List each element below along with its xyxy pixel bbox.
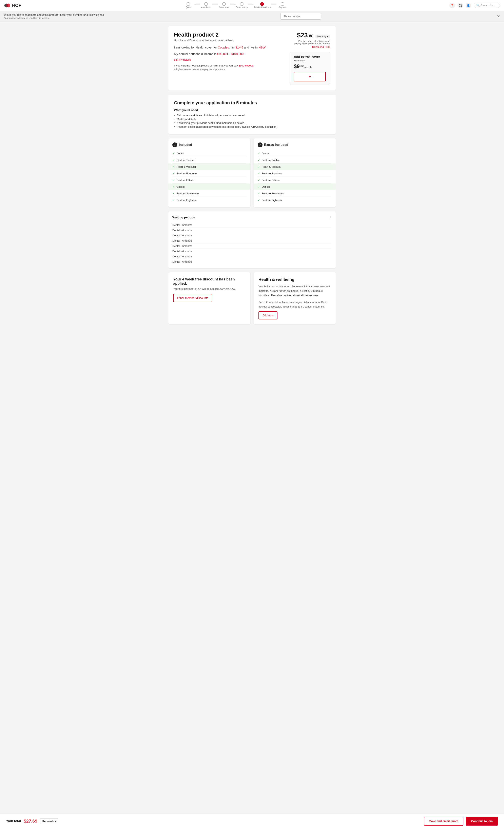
phone-banner-close[interactable]: ✕	[497, 14, 500, 18]
waiting-title: Waiting periods	[172, 216, 195, 219]
logo-text: HCF	[12, 3, 22, 8]
header: HCF Quote Your details Cover start Cover…	[0, 0, 504, 11]
included-header: ✓ Included	[172, 142, 246, 147]
check-icon-feature15: ✓	[172, 178, 175, 182]
excess-amount: $500 excess.	[239, 64, 254, 67]
waiting-item-0: Dental - 6months	[172, 222, 332, 228]
step-circle-rebate: ✓	[260, 2, 264, 6]
waiting-item-1: Dental - 6months	[172, 228, 332, 233]
headset-icon[interactable]: 🎧	[458, 3, 463, 8]
step-your-details[interactable]: Your details	[200, 2, 212, 8]
cover-type: Couples	[218, 46, 229, 49]
desc-state: and live in	[243, 46, 258, 49]
excess-note: A higher excess means you pay lower prem…	[174, 68, 282, 71]
price-note: Pay for a year upfront and avoid paying …	[294, 40, 330, 45]
extras-item-feature15: ✓ Feature Fifteen	[258, 177, 332, 183]
search-icon: 🔍	[476, 4, 479, 7]
check-icon-extras-dental: ✓	[258, 152, 260, 155]
state: NSW	[258, 46, 265, 49]
extras-item-feature12: ✓ Feature Twelve	[258, 157, 332, 163]
waiting-item-2: Dental - 6months	[172, 233, 332, 238]
price-dollar: $23	[297, 32, 308, 39]
chevron-up-icon: ∧	[329, 215, 332, 219]
extras-item-optical: ✓ Optical	[254, 183, 336, 190]
svg-point-1	[6, 3, 10, 7]
excess-prefix: If you visit the hospital, please confir…	[174, 64, 239, 67]
step-circle-cover-history	[240, 2, 244, 6]
product-left: Health product 2 Hospital and Extras cov…	[174, 32, 282, 85]
extras-included-title: Extras included	[264, 143, 288, 147]
extras-price-main: $9	[294, 63, 300, 69]
product-card: Health product 2 Hospital and Extras cov…	[168, 26, 336, 90]
waiting-item-4: Dental - 6months	[172, 244, 332, 249]
check-icon-feature12: ✓	[172, 158, 175, 162]
phone-banner-text: Would you like to chat more about this p…	[4, 13, 104, 16]
check-icon-feature18: ✓	[172, 198, 175, 202]
included-item-feature17: ✓ Feature Seventeen	[172, 190, 246, 197]
step-cover-history[interactable]: Cover history	[236, 2, 248, 8]
check-icon-extras-feature12: ✓	[258, 158, 260, 162]
extras-price-period: /month	[303, 66, 311, 69]
step-quote[interactable]: Quote	[182, 2, 195, 8]
included-item-feature12: ✓ Feature Twelve	[172, 157, 246, 163]
features-grid: ✓ Included ✓ Dental ✓ Feature Twelve ✓ H…	[168, 138, 336, 207]
included-item-dental: ✓ Dental	[172, 150, 246, 157]
wellness-title: Health & wellbeing	[258, 277, 331, 282]
progress-steps: Quote Your details Cover start Cover his…	[182, 2, 289, 8]
age-range: 31-45	[236, 46, 243, 49]
app-list-item: Payment details (accepted payment forms:…	[174, 125, 330, 129]
product-description: I am looking for Health cover for Couple…	[174, 45, 282, 50]
wellness-text-2: Sed rutrum volutpat lacus, eu congue nis…	[258, 300, 331, 309]
product-subtitle: Hospital and Extras cover that won't bre…	[174, 39, 282, 42]
add-extras-button[interactable]: +	[294, 72, 326, 81]
step-line-1	[195, 4, 200, 4]
check-icon-optical: ✓	[172, 185, 175, 188]
price-display: $23.80 Monthly ▾	[294, 32, 330, 39]
step-line-3	[230, 4, 236, 4]
desc-prefix: I am looking for Health cover for	[174, 46, 218, 49]
download-pds-link[interactable]: Download PDS	[294, 45, 330, 48]
user-icon[interactable]: 👤	[466, 3, 471, 8]
included-item-heart: ✓ Heart & Vascular	[168, 163, 250, 170]
extras-item-feature14: ✓ Feature Fourteen	[258, 170, 332, 177]
search-placeholder: Search for...	[481, 4, 495, 7]
waiting-item-7: Dental - 6months	[172, 259, 332, 264]
extras-item-dental: ✓ Dental	[258, 150, 332, 157]
excess-text: If you visit the hospital, please confir…	[174, 64, 282, 67]
app-list-item: Full names and dates of birth for all pe…	[174, 113, 330, 117]
phone-number-input[interactable]	[281, 13, 321, 19]
search-box[interactable]: 🔍 Search for...	[474, 3, 500, 8]
product-title: Health product 2	[174, 32, 282, 38]
step-cover-start[interactable]: Cover start	[218, 2, 230, 8]
included-card: ✓ Included ✓ Dental ✓ Feature Twelve ✓ H…	[168, 138, 250, 207]
product-right: $23.80 Monthly ▾ Pay for a year upfront …	[286, 32, 330, 85]
wellness-text-1: Vestibulum ac lacinia lorem. Aenean volu…	[258, 284, 331, 298]
check-icon-extras-heart: ✓	[258, 165, 260, 168]
included-item-optical: ✓ Optical	[168, 183, 250, 190]
discount-title: Your 4 week free discount has been appli…	[173, 277, 246, 286]
check-icon-extras-feature15: ✓	[258, 178, 260, 182]
extras-item-heart: ✓ Heart & Vascular	[254, 163, 336, 170]
phone-banner: Would you like to chat more about this p…	[0, 11, 504, 22]
location-icon[interactable]: 📍	[450, 3, 455, 8]
step-payment[interactable]: Payment	[277, 2, 289, 8]
check-icon-feature14: ✓	[172, 172, 175, 175]
step-rebate[interactable]: ✓ Rebate & Medicare	[253, 2, 271, 8]
included-badge: ✓	[172, 142, 177, 147]
discount-sub: Your first payment of XX will be applied…	[173, 287, 246, 290]
waiting-periods-card: Waiting periods ∧ Dental - 6months Denta…	[168, 211, 336, 268]
add-wellness-button[interactable]: Add now	[258, 312, 278, 320]
included-item-feature14: ✓ Feature Fourteen	[172, 170, 246, 177]
wellness-card: Health & wellbeing Vestibulum ac lacinia…	[254, 273, 336, 324]
extras-card: Add extras cover From only $9.80/month +	[290, 52, 330, 85]
edit-details-link[interactable]: edit my details	[174, 58, 191, 61]
waiting-header[interactable]: Waiting periods ∧	[172, 215, 332, 219]
main-content: Health product 2 Hospital and Extras cov…	[165, 22, 339, 344]
check-icon-extras-feature17: ✓	[258, 192, 260, 195]
step-circle-cover-start	[222, 2, 226, 6]
step-circle-quote	[186, 2, 190, 6]
price-period[interactable]: Monthly ▾	[316, 35, 330, 38]
extras-included-badge: ✓	[258, 142, 262, 147]
extras-from: From only	[294, 59, 326, 62]
other-discounts-button[interactable]: Other member discounts	[173, 294, 212, 302]
